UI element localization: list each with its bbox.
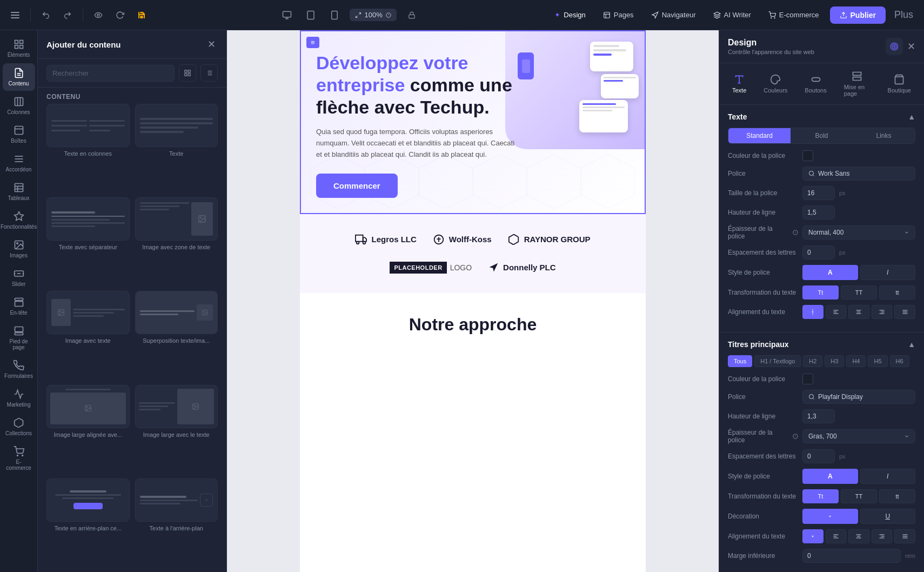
tab-standard[interactable]: Standard [728, 128, 791, 143]
ecommerce-tab[interactable]: E-commerce [762, 8, 826, 22]
h-tab-h4[interactable]: H4 [846, 355, 866, 367]
font-selector[interactable]: Work Sans [802, 167, 915, 181]
ai-writer-tab[interactable]: AI Writer [707, 8, 758, 22]
align-btn-left[interactable] [826, 305, 847, 319]
save-button[interactable] [133, 6, 150, 24]
zoom-control[interactable]: 100% [350, 9, 397, 21]
lock-button[interactable] [403, 6, 420, 24]
h-tab-h6[interactable]: H6 [890, 355, 909, 367]
sidebar-item-features[interactable]: Fonctionnalités [3, 207, 35, 234]
h-tab-h3[interactable]: H3 [825, 355, 844, 367]
style-btn-bold[interactable]: A [802, 265, 858, 280]
h-tab-h5[interactable]: H5 [868, 355, 887, 367]
mobile-button[interactable] [326, 6, 343, 24]
card-texte[interactable]: Texte [135, 104, 218, 192]
align-btn-justify[interactable] [894, 305, 915, 319]
undo-button[interactable] [37, 6, 55, 24]
texte-section-toggle[interactable]: ▲ [908, 112, 915, 121]
line-height-input[interactable] [802, 205, 835, 220]
right-panel-close[interactable]: ✕ [907, 41, 915, 52]
tab-couleurs[interactable]: Couleurs [759, 72, 792, 96]
letter-spacing-input[interactable] [802, 245, 835, 260]
publish-button[interactable]: Publier [830, 6, 886, 24]
h-transform-btn-uppercase[interactable]: TT [841, 489, 877, 503]
search-input[interactable] [46, 65, 175, 82]
pages-tab[interactable]: Pages [597, 8, 640, 22]
hero-section[interactable]: ≡ [300, 30, 646, 214]
design-tab[interactable]: ✦ Design [548, 8, 592, 22]
sidebar-item-images[interactable]: Images [3, 235, 35, 263]
refresh-button[interactable] [111, 6, 129, 24]
h-style-btn-bold[interactable]: A [802, 469, 858, 484]
h-tab-tous[interactable]: Tous [728, 355, 752, 367]
sidebar-item-collections[interactable]: Collections [3, 413, 35, 441]
h-transform-btn-capitalize[interactable]: Tt [802, 489, 839, 503]
h-font-color-swatch[interactable] [802, 374, 813, 384]
card-image-texte[interactable]: Image avec texte [46, 291, 130, 379]
headings-section-toggle[interactable]: ▲ [908, 340, 915, 349]
sidebar-item-footer[interactable]: Pied de page [3, 321, 35, 355]
h-align-btn-left[interactable] [826, 529, 847, 543]
sidebar-item-slider[interactable]: Slider [3, 264, 35, 291]
card-texte-bg-center[interactable]: Texte en arrière-plan ce... [46, 478, 130, 567]
tab-mise-en-page[interactable]: Mise en page [840, 69, 875, 99]
tab-texte[interactable]: Texte [728, 72, 751, 96]
sidebar-item-elements[interactable]: Éléments [3, 35, 35, 62]
h-letter-spacing-input[interactable] [802, 449, 835, 463]
style-btn-italic[interactable]: I [860, 265, 916, 280]
preview-button[interactable] [90, 6, 107, 24]
sidebar-item-columns[interactable]: Colonnes [3, 92, 35, 119]
menu-button[interactable] [6, 6, 24, 24]
h-font-weight-select[interactable]: Gras, 700 [802, 429, 915, 443]
card-image-large-texte[interactable]: Image large avec le texte [135, 385, 218, 473]
transform-btn-lowercase[interactable]: tt [879, 285, 915, 300]
desktop-button[interactable] [278, 6, 296, 24]
sidebar-item-ecommerce[interactable]: E-commerce [3, 442, 35, 475]
tablet-button[interactable] [302, 6, 319, 24]
h-tab-h1[interactable]: H1 / Textlogo [754, 355, 801, 367]
font-size-input[interactable] [802, 186, 835, 200]
h-transform-btn-lowercase[interactable]: tt [879, 489, 915, 503]
card-texte-en-colonnes[interactable]: Texte en colonnes [46, 104, 130, 192]
grid-view-button[interactable] [179, 64, 196, 82]
left-panel-close[interactable]: ✕ [205, 38, 218, 51]
transform-btn-uppercase[interactable]: TT [841, 285, 877, 300]
h-line-height-input[interactable] [802, 409, 835, 423]
canvas-area[interactable]: ≡ [227, 30, 719, 572]
sidebar-item-boxes[interactable]: Boîtes [3, 121, 35, 148]
h-align-btn-center[interactable] [802, 529, 823, 543]
cta-button[interactable]: Commencer [316, 174, 398, 198]
align-btn-center[interactable] [802, 305, 823, 319]
sidebar-item-tables[interactable]: Tableaux [3, 178, 35, 205]
h-align-btn-right[interactable] [872, 529, 893, 543]
tab-links[interactable]: Links [853, 128, 915, 143]
tab-boutique[interactable]: Boutique [883, 72, 915, 96]
card-image-zone-texte[interactable]: Image avec zone de texte [135, 197, 218, 285]
card-superposition[interactable]: Superposition texte/ima... [135, 291, 218, 379]
card-texte-bg[interactable]: Texte à l'arrière-plan [135, 478, 218, 567]
sidebar-item-marketing[interactable]: Marketing [3, 384, 35, 412]
sidebar-item-content[interactable]: Contenu [3, 63, 35, 91]
sidebar-item-forms[interactable]: Formulaires [3, 356, 35, 383]
h-align-btn-justify[interactable] [894, 529, 915, 543]
tab-boutons[interactable]: Boutons [800, 72, 831, 96]
h-align-btn-center2[interactable] [848, 529, 869, 543]
h-tab-h2[interactable]: H2 [803, 355, 822, 367]
list-view-button[interactable] [200, 64, 218, 82]
h-margin-input[interactable] [802, 549, 901, 563]
h-style-btn-italic[interactable]: I [860, 469, 916, 484]
card-texte-separateur[interactable]: Texte avec séparateur [46, 197, 130, 285]
redo-button[interactable] [59, 6, 76, 24]
font-weight-select[interactable]: Normal, 400 [802, 225, 915, 240]
more-button[interactable]: Plus [890, 7, 918, 23]
h-font-selector[interactable]: Playfair Display [802, 390, 915, 404]
h-decoration-btn-underline[interactable]: U [860, 509, 916, 524]
transform-btn-capitalize[interactable]: Tt [802, 285, 839, 300]
h-decoration-btn-none[interactable] [802, 509, 858, 524]
navigator-tab[interactable]: Navigateur [645, 8, 702, 22]
tab-bold[interactable]: Bold [791, 128, 853, 143]
sidebar-item-accordion[interactable]: Accordéon [3, 149, 35, 177]
font-color-swatch[interactable] [802, 150, 813, 161]
card-image-large-alignee[interactable]: Image large alignée ave... [46, 385, 130, 473]
align-btn-center2[interactable] [848, 305, 869, 319]
